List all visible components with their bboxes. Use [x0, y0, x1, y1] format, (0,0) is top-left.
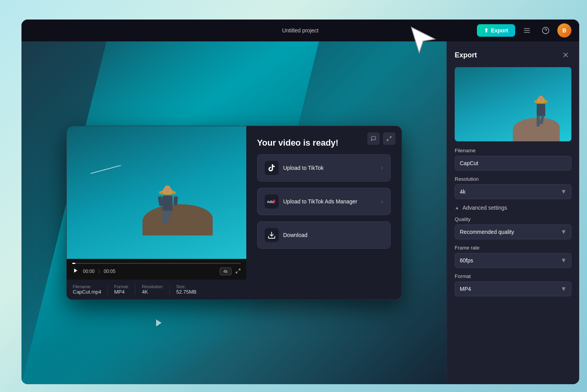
resolution-label: Resolution: — [142, 284, 163, 289]
fullscreen-button[interactable] — [235, 268, 241, 275]
frame-rate-select[interactable]: 60fps 30fps 24fps — [455, 253, 571, 268]
svg-rect-10 — [162, 196, 173, 211]
frame-rate-field: Frame rate 60fps 30fps 24fps ▼ — [455, 245, 571, 268]
download-button[interactable]: Download — [257, 221, 391, 249]
upload-tiktok-ads-button[interactable]: Ads Upload to TikTok Ads Manager › — [257, 188, 391, 215]
download-button-label: Download — [283, 232, 379, 238]
main-content: 00:00 | 00:05 4k — [21, 41, 579, 384]
svg-line-18 — [236, 271, 237, 273]
video-ready-modal: 00:00 | 00:05 4k — [66, 126, 402, 300]
export-close-button[interactable]: ✕ — [560, 49, 571, 61]
resolution-select-wrapper: 4k 2k 1080p 720p ▼ — [455, 184, 571, 199]
export-upload-icon: ⬆ — [484, 27, 489, 34]
resolution-select[interactable]: 4k 2k 1080p 720p — [455, 184, 571, 199]
quality-select[interactable]: Recommended quality Best quality Balance… — [455, 225, 571, 239]
app-window: Untitled project ⬆ Export B — [21, 20, 579, 384]
meta-format: Format: MP4 — [114, 284, 135, 295]
size-value: 52.75MB — [176, 289, 196, 295]
svg-rect-24 — [537, 104, 545, 116]
quality-field: Quality Recommended quality Best quality… — [455, 216, 571, 239]
project-title: Untitled project — [282, 27, 318, 34]
svg-marker-16 — [74, 269, 77, 273]
preview-person — [530, 95, 552, 134]
tiktok-arrow-icon: › — [381, 164, 383, 171]
resolution-value: 4K — [142, 289, 163, 295]
download-icon — [265, 228, 279, 242]
message-icon-button[interactable] — [367, 132, 380, 145]
video-person — [154, 185, 181, 235]
modal-top-icons — [367, 132, 395, 145]
svg-rect-25 — [537, 116, 540, 127]
modal-right: Your video is ready! Upload to TikTok › — [246, 126, 402, 299]
meta-size: Size: 52.75MB — [176, 284, 203, 295]
video-controls: 00:00 | 00:05 4k — [67, 259, 246, 280]
current-time: 00:00 — [83, 269, 95, 274]
time-separator: | — [99, 269, 100, 274]
fullscreen-icon-button[interactable] — [383, 132, 395, 145]
tiktok-icon — [265, 161, 279, 175]
play-button[interactable] — [72, 267, 79, 276]
export-button[interactable]: ⬆ Export — [477, 24, 515, 37]
panel-body: Filename Resolution 4k 2k 1080p 720p ▼ — [447, 141, 579, 303]
tiktok-ads-icon: Ads — [265, 194, 279, 208]
upload-tiktok-button[interactable]: Upload to TikTok › — [257, 154, 391, 182]
frame-rate-label: Frame rate — [455, 245, 571, 251]
advanced-settings-chevron-icon: ▲ — [455, 205, 459, 210]
format-value: MP4 — [114, 289, 129, 295]
video-meta: Filename: CapCut.mp4 Format: MP4 Resolut… — [67, 280, 246, 299]
layers-icon-button[interactable] — [520, 23, 534, 37]
user-avatar[interactable]: B — [557, 23, 571, 37]
advanced-settings-label: Advanced settings — [462, 205, 507, 211]
filename-label: Filename — [455, 148, 571, 153]
svg-point-27 — [538, 96, 544, 102]
tiktok-ads-button-label: Upload to TikTok Ads Manager — [283, 198, 377, 205]
svg-rect-11 — [162, 210, 166, 224]
help-icon-button[interactable] — [539, 23, 553, 37]
filename-value: CapCut.mp4 — [73, 289, 101, 295]
progress-fill — [72, 263, 76, 264]
svg-line-6 — [390, 137, 391, 138]
format-field-label: Format — [455, 273, 571, 279]
meta-resolution: Resolution: 4K — [142, 284, 170, 295]
resolution-field: Resolution 4k 2k 1080p 720p ▼ — [455, 176, 571, 199]
svg-text:Ads: Ads — [267, 200, 274, 204]
video-preview — [67, 126, 246, 259]
editor-area: 00:00 | 00:05 4k — [21, 41, 446, 384]
format-label: Format: — [114, 284, 129, 289]
svg-point-15 — [164, 185, 171, 193]
filename-field: Filename — [455, 148, 571, 171]
filename-label: Filename: — [73, 284, 101, 289]
top-bar-actions: ⬆ Export B — [477, 23, 571, 37]
format-field: Format MP4 MOV GIF ▼ — [455, 273, 571, 296]
quality-select-wrapper: Recommended quality Best quality Balance… — [455, 225, 571, 239]
svg-rect-26 — [540, 115, 544, 124]
duration: 00:05 — [104, 269, 116, 274]
format-select[interactable]: MP4 MOV GIF — [455, 282, 571, 296]
export-preview-image — [455, 67, 571, 141]
top-bar: Untitled project ⬆ Export B — [21, 20, 579, 41]
filename-input[interactable] — [455, 156, 571, 171]
video-player-section: 00:00 | 00:05 4k — [67, 126, 246, 299]
frame-rate-select-wrapper: 60fps 30fps 24fps ▼ — [455, 253, 571, 268]
resolution-field-label: Resolution — [455, 176, 571, 182]
modal-body: 00:00 | 00:05 4k — [67, 126, 402, 299]
svg-line-7 — [387, 139, 388, 141]
svg-line-17 — [238, 269, 240, 270]
tiktok-button-label: Upload to TikTok — [283, 165, 377, 171]
quality-badge: 4k — [220, 267, 231, 275]
meta-filename: Filename: CapCut.mp4 — [73, 284, 108, 295]
progress-bar[interactable] — [72, 263, 241, 264]
export-panel: Export ✕ Filena — [446, 41, 579, 384]
quality-label: Quality — [455, 216, 571, 222]
export-panel-header: Export ✕ — [447, 41, 579, 67]
svg-rect-14 — [173, 196, 178, 205]
advanced-settings-toggle[interactable]: ▲ Advanced settings — [455, 205, 571, 211]
export-panel-title: Export — [455, 51, 477, 59]
size-label: Size: — [176, 284, 196, 289]
tiktok-ads-arrow-icon: › — [381, 198, 383, 205]
modal-overlay: 00:00 | 00:05 4k — [21, 41, 446, 384]
controls-row: 00:00 | 00:05 4k — [72, 267, 241, 276]
format-select-wrapper: MP4 MOV GIF ▼ — [455, 282, 571, 296]
